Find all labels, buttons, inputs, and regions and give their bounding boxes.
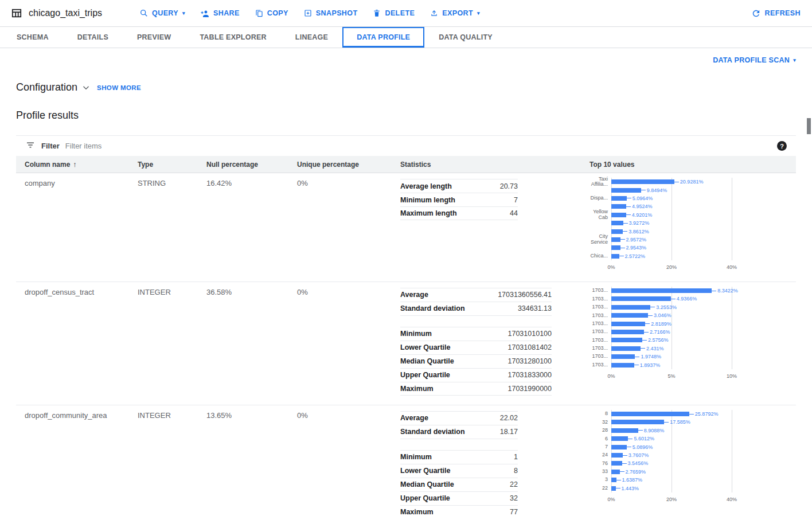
stat-value: 17031990000 [508,385,552,393]
null-percentage-cell: 16.42% [198,174,288,272]
value-bar [611,296,671,301]
tab-lineage[interactable]: LINEAGE [281,27,342,48]
top-10-values-cell: 1703...8.3422%1703...4.9366%1703...3.255… [581,283,796,396]
table-body: companySTRING16.42%0%Average length20.73… [16,173,796,516]
top-10-values-chart: Taxi Affilia...20.9281%9.8494%Dispa...5.… [590,178,796,272]
toolbar-actions: QUERY▾SHARECOPYSNAPSHOTDELETEEXPORT▾ [132,4,487,23]
share-button[interactable]: SHARE [193,4,247,23]
value-bar [611,338,642,342]
profile-results-table: Filter ? Column name↑TypeNull percentage… [16,135,796,516]
stat-value: 17031360556.41 [498,291,552,299]
value-bar [611,221,623,225]
stat-value: 17031010100 [508,330,552,338]
bar-value-label: 2.8189% [645,321,672,327]
column-header-column-name[interactable]: Column name↑ [16,160,129,169]
stat-label: Upper Quartile [400,494,450,502]
bar-value-label: 2.7659% [620,469,646,475]
column-name-cell: company [16,174,129,272]
statistics-cell: Average length20.73Minimum length7Maximu… [392,174,581,272]
delete-icon [372,9,381,18]
bar-category-label: 1703... [590,354,608,359]
copy-button[interactable]: COPY [247,4,296,22]
chevron-down-icon[interactable] [81,83,91,93]
bar-value-label: 5.0896% [627,444,653,450]
stat-row: Median Quartile17031280100 [400,354,552,368]
bar-value-label: 17.585% [664,419,690,425]
type-cell: INTEGER [129,406,198,516]
tab-data-profile[interactable]: DATA PROFILE [342,27,424,48]
axis-tick-label: 0% [607,264,615,270]
stat-label: Minimum length [400,196,455,204]
column-header-top-10-values[interactable]: Top 10 values [581,161,796,169]
delete-button[interactable]: DELETE [365,4,422,22]
refresh-button[interactable]: REFRESH [744,4,801,23]
bar-value-label: 3.9272% [623,220,650,226]
stat-row: Minimum1 [400,450,518,464]
column-name-cell: dropoff_census_tract [16,283,129,396]
bar-category-label: 33 [590,469,608,475]
copy-icon [255,9,264,18]
stat-row: Minimum length7 [400,193,518,206]
tab-data-quality[interactable]: DATA QUALITY [424,27,507,48]
person-add-icon [200,9,210,18]
stat-label: Lower Quartile [400,343,451,351]
column-header-unique-percentage[interactable]: Unique percentage [288,161,392,169]
stat-row: Upper Quartile17031833000 [400,368,552,382]
bar-value-label: 3.7607% [623,452,649,458]
bar-category-label: 32 [590,420,608,425]
snapshot-button[interactable]: SNAPSHOT [296,4,365,22]
stat-label: Lower Quartile [400,467,451,475]
stat-row: Standard deviation334631.13 [400,302,552,315]
top-10-values-cell: Taxi Affilia...20.9281%9.8494%Dispa...5.… [581,174,796,272]
show-more-button[interactable]: SHOW MORE [97,84,141,91]
bar-category-label: 1703... [590,304,608,310]
column-header-statistics[interactable]: Statistics [392,161,581,169]
top-10-values-chart: 1703...8.3422%1703...4.9366%1703...3.255… [590,287,796,381]
column-header-null-percentage[interactable]: Null percentage [198,161,288,169]
stat-value: 22.02 [500,414,518,422]
query-button[interactable]: QUERY▾ [132,4,193,22]
axis-tick-label: 0% [607,373,615,379]
profile-results-title: Profile results [16,110,796,122]
stat-label: Minimum [400,330,432,338]
value-bar [611,288,712,293]
filter-input[interactable] [65,142,771,150]
bar-value-label: 2.5722% [619,253,646,259]
bar-value-label: 3.2553% [650,304,677,310]
vertical-scrollbar[interactable] [807,118,811,134]
stat-row: Average17031360556.41 [400,288,552,302]
sort-ascending-icon[interactable]: ↑ [73,160,77,169]
null-percentage-cell: 36.58% [198,283,288,396]
column-header-type[interactable]: Type [129,161,198,169]
value-bar [611,436,628,441]
data-profile-scan-menu[interactable]: DATA PROFILE SCAN ▾ [713,56,796,64]
search-icon [139,9,149,18]
stat-row: Average22.02 [400,411,518,425]
tab-details[interactable]: DETAILS [63,27,123,48]
statistics-cell: Average17031360556.41Standard deviation3… [392,283,581,396]
bar-value-label: 1.6387% [616,477,643,483]
tab-preview[interactable]: PREVIEW [123,27,185,48]
bar-category-label: 1703... [590,288,608,294]
value-bar [611,245,620,250]
stat-label: Maximum length [400,209,457,217]
bar-category-label: Dispa... [590,196,608,201]
bar-value-label: 5.0964% [627,196,653,201]
stat-row: Average length20.73 [400,179,518,193]
tab-bar: SCHEMADETAILSPREVIEWTABLE EXPLORERLINEAG… [0,27,812,48]
tab-schema[interactable]: SCHEMA [2,27,63,48]
value-bar [611,453,623,458]
value-bar [611,330,644,334]
bar-value-label: 2.5756% [642,337,669,343]
type-cell: STRING [129,174,198,272]
export-button[interactable]: EXPORT▾ [422,4,487,22]
null-percentage-cell: 13.65% [198,406,288,516]
stat-value: 77 [510,508,518,516]
value-bar [611,470,620,474]
help-icon[interactable]: ? [777,141,787,151]
data-profile-scan-label: DATA PROFILE SCAN [713,56,790,64]
tab-table-explorer[interactable]: TABLE EXPLORER [185,27,280,48]
bar-category-label: 1703... [590,296,608,302]
profile-row-dropoff_census_tract: dropoff_census_tractINTEGER36.58%0%Avera… [16,282,796,405]
bar-value-label: 2.7166% [644,329,670,335]
